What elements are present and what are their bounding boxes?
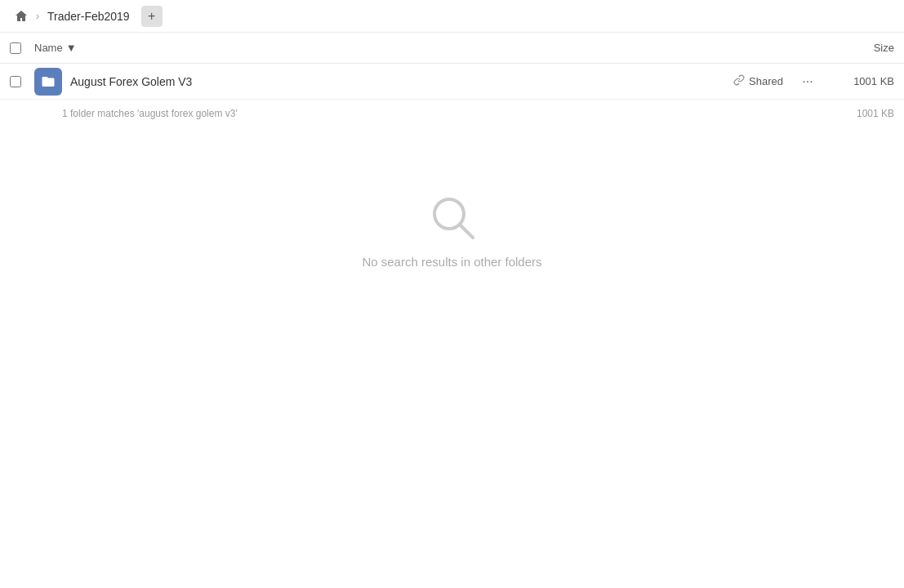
breadcrumb-bar: › Trader-Feb2019 + [0, 0, 904, 33]
select-all-checkbox-container[interactable] [10, 42, 34, 54]
name-column-label: Name [34, 42, 63, 54]
summary-size: 1001 KB [829, 108, 894, 119]
summary-row: 1 folder matches 'august forex golem v3'… [0, 100, 904, 127]
add-tab-button[interactable]: + [141, 6, 163, 27]
name-column-header[interactable]: Name ▼ [34, 42, 829, 54]
column-header: Name ▼ Size [0, 33, 904, 64]
shared-status: Shared [733, 74, 783, 88]
more-options-button[interactable]: ··· [796, 70, 819, 93]
file-row[interactable]: August Forex Golem V3 Shared ··· 1001 KB [0, 64, 904, 100]
shared-label: Shared [749, 75, 783, 87]
breadcrumb-chevron-icon: › [36, 11, 39, 22]
no-results-icon [428, 193, 477, 242]
file-checkbox-container[interactable] [10, 76, 34, 87]
size-column-header: Size [829, 42, 894, 54]
sort-indicator: ▼ [66, 42, 77, 54]
file-size: 1001 KB [829, 75, 894, 87]
file-checkbox[interactable] [10, 76, 21, 87]
svg-line-1 [460, 225, 473, 238]
file-name[interactable]: August Forex Golem V3 [70, 75, 733, 88]
link-icon [733, 74, 745, 88]
breadcrumb-folder[interactable]: Trader-Feb2019 [42, 7, 135, 26]
no-results-message: No search results in other folders [362, 255, 541, 269]
folder-icon [34, 68, 62, 96]
select-all-checkbox[interactable] [10, 42, 21, 54]
summary-text: 1 folder matches 'august forex golem v3' [62, 108, 829, 119]
empty-state: No search results in other folders [0, 127, 904, 301]
home-button[interactable] [10, 5, 33, 28]
